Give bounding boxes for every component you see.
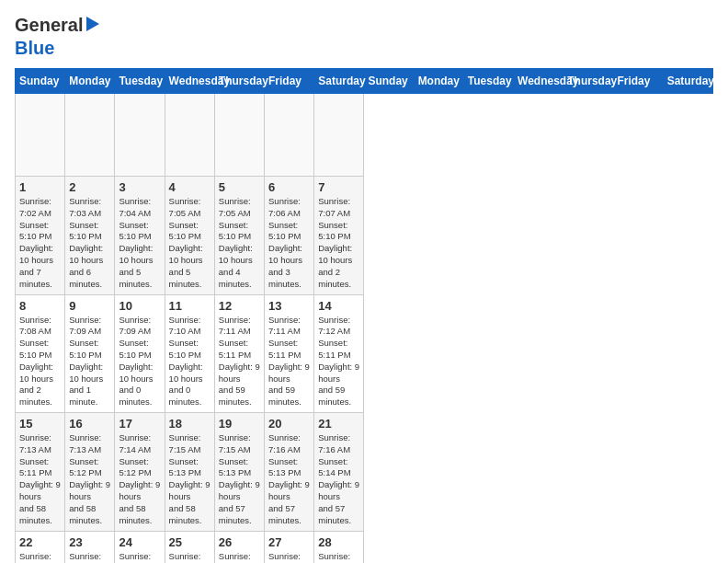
day-info-line: Sunset: 5:12 PM [119,456,160,480]
day-info-line: Sunrise: 7:17 AM [19,551,61,564]
calendar-cell [115,94,165,177]
day-info-line: Sunset: 5:13 PM [219,456,260,480]
calendar-cell: 13Sunrise: 7:11 AMSunset: 5:11 PMDayligh… [265,294,314,413]
day-info-line: Sunset: 5:13 PM [169,456,210,480]
day-info-line: Sunrise: 7:13 AM [69,432,110,456]
calendar-cell: 22Sunrise: 7:17 AMSunset: 5:14 PMDayligh… [16,531,65,563]
day-info-line: Sunrise: 7:17 AM [69,551,110,564]
calendar-cell [314,94,364,177]
day-info-line: Sunset: 5:11 PM [268,338,310,362]
day-info-line: Sunset: 5:10 PM [318,220,359,244]
calendar-week-2: 8Sunrise: 7:08 AMSunset: 5:10 PMDaylight… [16,294,713,413]
day-info-line: Daylight: 10 hours [169,362,210,385]
day-number: 8 [19,299,61,313]
calendar-cell: 8Sunrise: 7:08 AMSunset: 5:10 PMDaylight… [16,294,65,413]
day-info-line: and 58 minutes. [119,503,160,527]
day-number: 18 [169,417,210,431]
day-number: 15 [19,417,61,431]
day-header-saturday: Saturday [314,69,364,94]
calendar-cell: 14Sunrise: 7:12 AMSunset: 5:11 PMDayligh… [314,294,364,413]
day-info-line: and 57 minutes. [219,503,260,527]
day-header-thursday: Thursday [563,69,613,94]
day-info-line: Sunrise: 7:18 AM [169,551,210,564]
day-info-line: Sunrise: 7:07 AM [318,196,359,220]
day-info-line: and 57 minutes. [318,503,359,527]
day-info-line: Sunrise: 7:05 AM [169,196,210,220]
calendar-cell: 27Sunrise: 7:19 AMSunset: 5:17 PMDayligh… [265,531,314,563]
logo-blue: Blue [15,38,54,58]
day-info-line: Daylight: 10 hours [119,243,160,267]
day-header-thursday: Thursday [214,69,264,94]
day-info-line: Sunrise: 7:19 AM [318,551,359,564]
day-info-line: Daylight: 9 hours [169,479,210,503]
day-number: 2 [69,180,110,194]
day-info-line: Sunset: 5:10 PM [69,220,110,244]
logo: General Blue [15,15,83,59]
day-info-line: and 3 minutes. [268,267,310,291]
day-info-line: Sunrise: 7:18 AM [219,551,260,564]
day-info-line: Sunrise: 7:15 AM [219,432,260,456]
day-info-line: and 58 minutes. [69,503,110,527]
day-info-line: Sunrise: 7:11 AM [219,315,260,339]
day-info-line: Sunrise: 7:16 AM [318,432,359,456]
day-info-line: and 5 minutes. [169,267,210,291]
day-info-line: Daylight: 9 hours [268,362,310,385]
day-info-line: Sunrise: 7:04 AM [119,196,160,220]
day-info-line: Daylight: 9 hours [69,479,110,503]
calendar-cell: 6Sunrise: 7:06 AMSunset: 5:10 PMDaylight… [265,177,314,295]
day-header-friday: Friday [265,69,314,94]
calendar-cell: 2Sunrise: 7:03 AMSunset: 5:10 PMDaylight… [65,177,115,295]
calendar-cell: 12Sunrise: 7:11 AMSunset: 5:11 PMDayligh… [214,294,264,413]
day-info-line: and 58 minutes. [19,503,61,527]
calendar-cell [214,94,264,177]
day-number: 27 [268,535,310,549]
day-number: 13 [268,299,310,313]
day-info-line: and 1 minute. [69,385,110,408]
day-header-tuesday: Tuesday [463,69,513,94]
day-number: 5 [219,180,260,194]
day-info-line: and 59 minutes. [268,385,310,408]
day-info-line: and 6 minutes. [69,267,110,291]
day-info-line: Sunset: 5:10 PM [169,220,210,244]
day-info-line: Sunset: 5:11 PM [318,338,359,362]
calendar-week-1: 1Sunrise: 7:02 AMSunset: 5:10 PMDaylight… [16,177,713,295]
calendar-cell: 3Sunrise: 7:04 AMSunset: 5:10 PMDaylight… [115,177,165,295]
day-info-line: Sunrise: 7:14 AM [119,432,160,456]
calendar-cell: 28Sunrise: 7:19 AMSunset: 5:18 PMDayligh… [314,531,364,563]
day-header-saturday: Saturday [663,69,712,94]
day-info-line: Sunset: 5:10 PM [19,338,61,362]
calendar-cell: 19Sunrise: 7:15 AMSunset: 5:13 PMDayligh… [214,413,264,532]
day-info-line: and 7 minutes. [19,267,61,291]
day-info-line: Daylight: 10 hours [268,243,310,267]
day-info-line: and 0 minutes. [119,385,160,408]
day-info-line: Daylight: 10 hours [318,243,359,267]
calendar-cell: 10Sunrise: 7:09 AMSunset: 5:10 PMDayligh… [115,294,165,413]
day-info-line: Sunset: 5:10 PM [19,220,61,244]
logo-general: General [15,15,83,35]
day-info-line: Sunset: 5:10 PM [119,220,160,244]
day-info-line: Daylight: 9 hours [219,479,260,503]
day-info-line: and 58 minutes. [169,503,210,527]
day-info-line: Sunset: 5:12 PM [69,456,110,480]
day-header-friday: Friday [613,69,663,94]
day-info-line: Sunrise: 7:09 AM [119,315,160,339]
day-info-line: Sunrise: 7:15 AM [169,432,210,456]
day-info-line: Sunrise: 7:18 AM [119,551,160,564]
day-number: 3 [119,180,160,194]
day-info-line: Daylight: 9 hours [318,479,359,503]
day-number: 24 [119,535,160,549]
day-header-sunday: Sunday [364,69,414,94]
calendar-cell [16,94,65,177]
day-info-line: Sunset: 5:10 PM [69,338,110,362]
day-info-line: Daylight: 10 hours [69,243,110,267]
day-info-line: Daylight: 10 hours [69,362,110,385]
day-number: 10 [119,299,160,313]
day-info-line: Daylight: 9 hours [318,362,359,385]
day-info-line: Sunset: 5:14 PM [318,456,359,480]
calendar-cell: 25Sunrise: 7:18 AMSunset: 5:16 PMDayligh… [165,531,214,563]
day-info-line: and 4 minutes. [219,267,260,291]
day-info-line: Daylight: 9 hours [268,479,310,503]
day-number: 9 [69,299,110,313]
calendar-week-3: 15Sunrise: 7:13 AMSunset: 5:11 PMDayligh… [16,413,713,532]
day-info-line: Daylight: 10 hours [219,243,260,267]
